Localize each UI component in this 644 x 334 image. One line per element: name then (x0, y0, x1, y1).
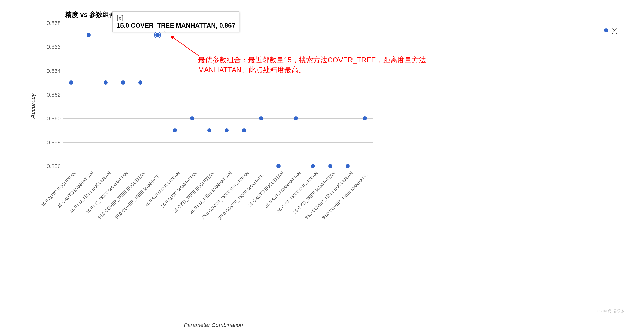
data-point[interactable] (207, 128, 211, 132)
gridline (63, 118, 373, 119)
gridline (63, 23, 373, 23)
legend-dot-icon (604, 28, 608, 32)
data-point[interactable] (225, 128, 229, 132)
tooltip-series: [x] (117, 14, 235, 22)
data-point[interactable] (87, 33, 91, 37)
data-point[interactable] (259, 116, 263, 120)
data-point[interactable] (363, 116, 367, 120)
data-point[interactable] (311, 164, 315, 168)
data-point[interactable] (155, 33, 160, 37)
y-tick-label: 0.866 (40, 44, 61, 50)
gridline (63, 166, 373, 166)
plot-area[interactable]: 0.8560.8580.8600.8620.8640.8660.86815.0 … (63, 23, 373, 166)
data-point[interactable] (121, 80, 125, 85)
data-point[interactable] (328, 164, 332, 168)
data-point[interactable] (276, 164, 281, 168)
y-tick-label: 0.864 (40, 68, 61, 74)
data-point[interactable] (294, 116, 298, 120)
y-tick-label: 0.856 (40, 163, 61, 170)
gridline (63, 95, 373, 95)
data-point[interactable] (138, 80, 142, 85)
legend[interactable]: [x] (604, 27, 618, 34)
legend-label: [x] (611, 27, 618, 34)
data-point[interactable] (242, 128, 246, 132)
y-tick-label: 0.868 (40, 20, 61, 27)
y-tick-label: 0.860 (40, 115, 61, 122)
x-axis-label: Parameter Combination (184, 322, 243, 328)
data-point[interactable] (69, 80, 73, 85)
data-point[interactable] (173, 128, 177, 132)
gridline (63, 47, 373, 47)
y-tick-label: 0.858 (40, 139, 61, 146)
chart-container: 精度 vs 参数组合 [x] 15.0 COVER_TREE MANHATTAN… (15, 5, 628, 330)
watermark: CSDN @_养乐多_ (597, 309, 626, 314)
data-point[interactable] (190, 116, 194, 120)
chart-title: 精度 vs 参数组合 (65, 10, 116, 19)
annotation-text: 最优参数组合：最近邻数量15，搜索方法COVER_TREE，距离度量方法MANH… (198, 55, 451, 75)
gridline (63, 142, 373, 143)
data-point[interactable] (104, 80, 108, 85)
y-axis-label: Accuracy (29, 93, 37, 119)
y-tick-label: 0.862 (40, 91, 61, 98)
data-point[interactable] (346, 164, 350, 168)
